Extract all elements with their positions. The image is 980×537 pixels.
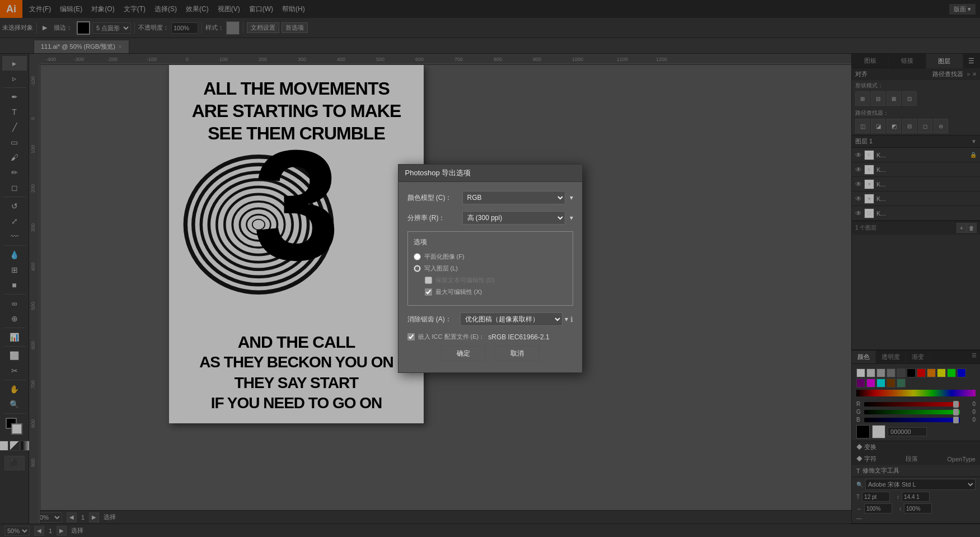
dialog-ok-btn[interactable]: 确定 xyxy=(441,345,486,361)
antialiasing-info-icon[interactable]: ℹ xyxy=(570,315,573,324)
max-editable-checkbox[interactable] xyxy=(425,288,432,296)
write-layers-radio[interactable] xyxy=(414,265,421,272)
dialog-overlay: Photoshop 导出选项 颜色模型 (C)： RGB CMYK Graysc… xyxy=(0,0,980,537)
max-editable-label: 最大可编辑性 (X) xyxy=(435,288,482,296)
dialog-body: 颜色模型 (C)： RGB CMYK Grayscale ▾ 分辨率 (R)： … xyxy=(398,182,582,372)
color-model-label: 颜色模型 (C)： xyxy=(407,193,458,203)
options-label: 选项 xyxy=(414,237,567,247)
color-model-arrow: ▾ xyxy=(570,194,573,202)
icc-row: 嵌入 ICC 配置文件 (E)： sRGB IEC61966-2.1 xyxy=(407,333,573,341)
resolution-label: 分辨率 (R)： xyxy=(407,213,458,223)
antialiasing-label: 消除锯齿 (A)： xyxy=(407,315,458,324)
icc-value: sRGB IEC61966-2.1 xyxy=(488,333,549,341)
icc-checkbox[interactable] xyxy=(407,333,415,340)
dialog-buttons: 确定 取消 xyxy=(407,345,573,363)
antialiasing-arrow: ▾ xyxy=(565,315,568,323)
flat-image-row: 平面化图像 (F) xyxy=(414,253,567,261)
flat-image-radio[interactable] xyxy=(414,253,421,260)
max-editable-row: 最大可编辑性 (X) xyxy=(414,288,567,296)
options-section-box: 选项 平面化图像 (F) 写入图层 (L) 保留文本可编辑性 (D) xyxy=(407,231,573,306)
flat-image-label[interactable]: 平面化图像 (F) xyxy=(424,253,465,261)
icc-label: 嵌入 ICC 配置文件 (E)： xyxy=(418,333,485,341)
resolution-select[interactable]: 高 (300 ppi) 中 (150 ppi) 低 (72 ppi) xyxy=(462,211,565,225)
color-model-row: 颜色模型 (C)： RGB CMYK Grayscale ▾ xyxy=(407,191,573,204)
resolution-row: 分辨率 (R)： 高 (300 ppi) 中 (150 ppi) 低 (72 p… xyxy=(407,211,573,225)
resolution-arrow: ▾ xyxy=(570,214,573,222)
color-model-select[interactable]: RGB CMYK Grayscale xyxy=(462,191,565,204)
photoshop-export-dialog: Photoshop 导出选项 颜色模型 (C)： RGB CMYK Graysc… xyxy=(398,164,583,373)
preserve-text-row: 保留文本可编辑性 (D) xyxy=(414,276,567,284)
dialog-cancel-btn[interactable]: 取消 xyxy=(495,345,540,361)
write-layers-row: 写入图层 (L) xyxy=(414,264,567,273)
preserve-text-label: 保留文本可编辑性 (D) xyxy=(435,276,495,284)
antialiasing-select[interactable]: 优化图稿（超像素取样） 无 优化文字 xyxy=(460,312,562,326)
preserve-text-checkbox[interactable] xyxy=(425,277,432,284)
antialiasing-row: 消除锯齿 (A)： 优化图稿（超像素取样） 无 优化文字 ▾ ℹ xyxy=(407,312,573,326)
write-layers-label[interactable]: 写入图层 (L) xyxy=(424,264,458,273)
dialog-title: Photoshop 导出选项 xyxy=(405,168,471,178)
dialog-titlebar: Photoshop 导出选项 xyxy=(398,165,582,182)
